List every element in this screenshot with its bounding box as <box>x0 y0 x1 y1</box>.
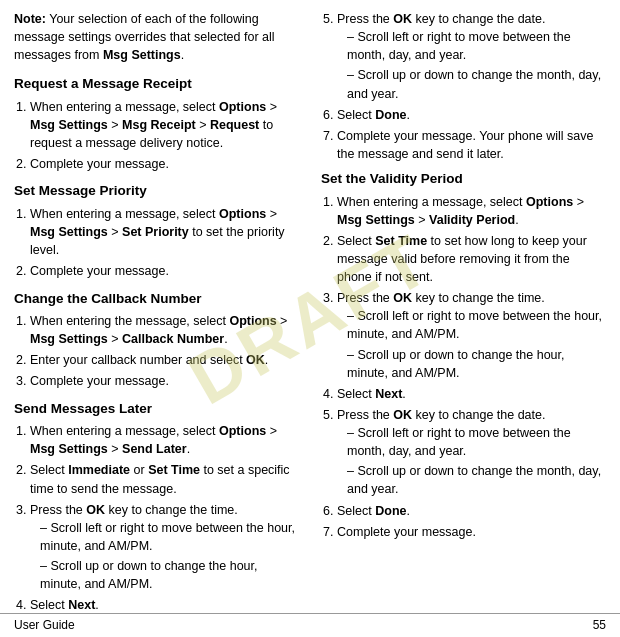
sub-list: Scroll left or right to move between the… <box>347 424 606 499</box>
list-continued: Press the OK key to change the date. Scr… <box>337 10 606 163</box>
sub-list-item: Scroll up or down to change the hour, mi… <box>40 557 299 593</box>
sub-list: Scroll left or right to move between the… <box>347 28 606 103</box>
list-item: Press the OK key to change the time. Scr… <box>337 289 606 382</box>
list-validity: When entering a message, select Options … <box>337 193 606 541</box>
list-item: Select Done. <box>337 502 606 520</box>
page-container: DRAFT Note: Your selection of each of th… <box>0 0 620 637</box>
list-item: Enter your callback number and select OK… <box>30 351 299 369</box>
list-item: Select Next. <box>337 385 606 403</box>
list-item: Press the OK key to change the date. Scr… <box>337 406 606 499</box>
list-item: Press the OK key to change the time. Scr… <box>30 501 299 594</box>
list-item: Complete your message. <box>30 262 299 280</box>
sub-list-item: Scroll left or right to move between the… <box>347 424 606 460</box>
sub-list-item: Scroll up or down to change the month, d… <box>347 66 606 102</box>
left-column: Note: Your selection of each of the foll… <box>14 10 305 609</box>
sub-list-item: Scroll left or right to move between the… <box>347 28 606 64</box>
content-area: Note: Your selection of each of the foll… <box>0 0 620 613</box>
list-item: When entering a message, select Options … <box>30 98 299 152</box>
sub-list: Scroll left or right to move between the… <box>40 519 299 594</box>
list-request: When entering a message, select Options … <box>30 98 299 174</box>
section-title-send-later: Send Messages Later <box>14 399 299 419</box>
list-priority: When entering a message, select Options … <box>30 205 299 281</box>
list-item: Select Set Time to set how long to keep … <box>337 232 606 286</box>
sub-list-item: Scroll up or down to change the month, d… <box>347 462 606 498</box>
list-item: Complete your message. <box>337 523 606 541</box>
section-title-request: Request a Message Receipt <box>14 74 299 94</box>
list-item: Complete your message. <box>30 372 299 390</box>
note-block: Note: Your selection of each of the foll… <box>14 10 299 64</box>
list-item: Press the OK key to change the date. Scr… <box>337 10 606 103</box>
section-title-callback: Change the Callback Number <box>14 289 299 309</box>
list-item: When entering a message, select Options … <box>30 205 299 259</box>
list-item: Complete your message. <box>30 155 299 173</box>
sub-list-item: Scroll up or down to change the hour, mi… <box>347 346 606 382</box>
sub-list-item: Scroll left or right to move between the… <box>40 519 299 555</box>
footer-right: 55 <box>593 617 606 634</box>
list-item: Select Next. <box>30 596 299 612</box>
list-item: When entering the message, select Option… <box>30 312 299 348</box>
footer-left: User Guide <box>14 617 75 634</box>
section-title-priority: Set Message Priority <box>14 181 299 201</box>
list-item: Select Immediate or Set Time to set a sp… <box>30 461 299 497</box>
right-column: Press the OK key to change the date. Scr… <box>315 10 606 609</box>
list-item: When entering a message, select Options … <box>30 422 299 458</box>
list-callback: When entering the message, select Option… <box>30 312 299 391</box>
sub-list-item: Scroll left or right to move between the… <box>347 307 606 343</box>
list-item: Select Done. <box>337 106 606 124</box>
note-label: Note: <box>14 12 46 26</box>
list-send-later: When entering a message, select Options … <box>30 422 299 612</box>
sub-list: Scroll left or right to move between the… <box>347 307 606 382</box>
section-title-validity: Set the Validity Period <box>321 169 606 189</box>
note-text: Your selection of each of the following … <box>14 12 275 62</box>
footer: User Guide 55 <box>0 613 620 637</box>
list-item: When entering a message, select Options … <box>337 193 606 229</box>
list-item: Complete your message. Your phone will s… <box>337 127 606 163</box>
